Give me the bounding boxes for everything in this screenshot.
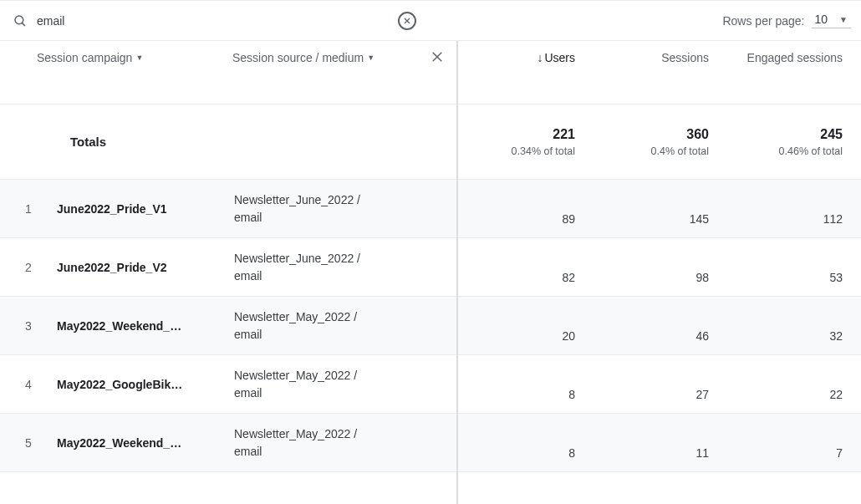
campaign-cell: May2022_Weekend_… bbox=[57, 319, 234, 333]
users-cell: 82 bbox=[458, 271, 592, 296]
metric-header-engaged-sessions[interactable]: Engaged sessions bbox=[726, 41, 859, 104]
metric-header-sessions[interactable]: Sessions bbox=[592, 41, 726, 104]
engaged-cell: 112 bbox=[726, 212, 859, 237]
campaign-cell: June2022_Pride_V2 bbox=[57, 261, 234, 274]
campaign-cell: May2022_GoogleBik… bbox=[57, 378, 234, 391]
engaged-cell: 22 bbox=[726, 388, 859, 413]
table-row[interactable]: 82722 bbox=[458, 355, 861, 414]
totals-users-value: 221 bbox=[458, 127, 575, 142]
sessions-cell: 27 bbox=[592, 388, 726, 413]
sessions-cell: 11 bbox=[592, 446, 726, 471]
table-row[interactable]: 4May2022_GoogleBik…Newsletter_May_2022 /… bbox=[0, 355, 456, 414]
dimension-2-label: Session source / medium bbox=[232, 51, 364, 64]
source-medium-cell: Newsletter_May_2022 /email bbox=[234, 425, 456, 461]
dimension-1-header[interactable]: Session campaign ▼ bbox=[37, 51, 216, 64]
users-cell: 8 bbox=[458, 446, 592, 471]
row-index: 4 bbox=[0, 378, 57, 391]
row-index: 3 bbox=[0, 319, 57, 333]
users-cell: 89 bbox=[458, 212, 592, 237]
users-cell: 20 bbox=[458, 329, 592, 354]
metric-header-users[interactable]: ↓Users bbox=[458, 41, 592, 104]
row-index: 2 bbox=[0, 261, 57, 274]
row-index: 5 bbox=[0, 436, 57, 450]
engaged-cell: 32 bbox=[726, 329, 859, 354]
source-medium-cell: Newsletter_May_2022 /email bbox=[234, 308, 456, 344]
metric-label: Sessions bbox=[661, 51, 709, 64]
rows-per-page-label: Rows per page: bbox=[722, 14, 804, 28]
metric-label: Users bbox=[544, 51, 575, 64]
chevron-down-icon: ▼ bbox=[367, 53, 374, 62]
campaign-cell: June2022_Pride_V1 bbox=[57, 202, 234, 216]
table-row[interactable]: 829853 bbox=[458, 238, 861, 297]
svg-line-1 bbox=[22, 23, 25, 26]
sessions-cell: 46 bbox=[592, 329, 726, 354]
dimension-1-label: Session campaign bbox=[37, 51, 132, 64]
sort-arrow-down-icon: ↓ bbox=[537, 51, 543, 64]
source-medium-cell: Newsletter_May_2022 /email bbox=[234, 367, 456, 402]
totals-sessions-pct: 0.4% of total bbox=[592, 145, 709, 157]
remove-dimension-button[interactable] bbox=[430, 49, 445, 67]
totals-engaged-pct: 0.46% of total bbox=[726, 145, 843, 157]
svg-point-0 bbox=[15, 16, 23, 24]
metric-label: Engaged sessions bbox=[747, 51, 843, 64]
table-row[interactable]: 3May2022_Weekend_…Newsletter_May_2022 /e… bbox=[0, 297, 456, 355]
totals-engaged-value: 245 bbox=[726, 127, 843, 142]
table-row[interactable]: 8117 bbox=[458, 414, 861, 472]
clear-search-button[interactable] bbox=[398, 12, 416, 30]
source-medium-cell: Newsletter_June_2022 /email bbox=[234, 250, 456, 285]
rows-per-page-select[interactable]: 10 ▼ bbox=[812, 13, 851, 28]
search-input[interactable] bbox=[30, 11, 398, 31]
engaged-cell: 7 bbox=[726, 446, 859, 471]
table-row[interactable]: 1June2022_Pride_V1Newsletter_June_2022 /… bbox=[0, 180, 456, 238]
totals-users-pct: 0.34% of total bbox=[458, 145, 575, 157]
users-cell: 8 bbox=[458, 388, 592, 413]
search-icon bbox=[10, 13, 30, 28]
row-index: 1 bbox=[0, 202, 57, 216]
rows-per-page-value: 10 bbox=[815, 13, 828, 26]
table-row[interactable]: 89145112 bbox=[458, 180, 861, 238]
chevron-down-icon: ▼ bbox=[135, 53, 143, 62]
table-row[interactable]: 204632 bbox=[458, 297, 861, 355]
totals-label: Totals bbox=[0, 135, 106, 149]
campaign-cell: May2022_Weekend_… bbox=[57, 436, 234, 450]
totals-sessions-value: 360 bbox=[592, 127, 709, 142]
table-row[interactable]: 2June2022_Pride_V2Newsletter_June_2022 /… bbox=[0, 238, 456, 297]
source-medium-cell: Newsletter_June_2022 /email bbox=[234, 191, 456, 227]
table-row[interactable]: 5May2022_Weekend_…Newsletter_May_2022 /e… bbox=[0, 414, 456, 472]
sessions-cell: 145 bbox=[592, 212, 726, 237]
sessions-cell: 98 bbox=[592, 271, 726, 296]
dropdown-triangle-icon: ▼ bbox=[839, 15, 848, 24]
dimension-2-header[interactable]: Session source / medium ▼ bbox=[232, 51, 448, 64]
engaged-cell: 53 bbox=[726, 271, 859, 296]
